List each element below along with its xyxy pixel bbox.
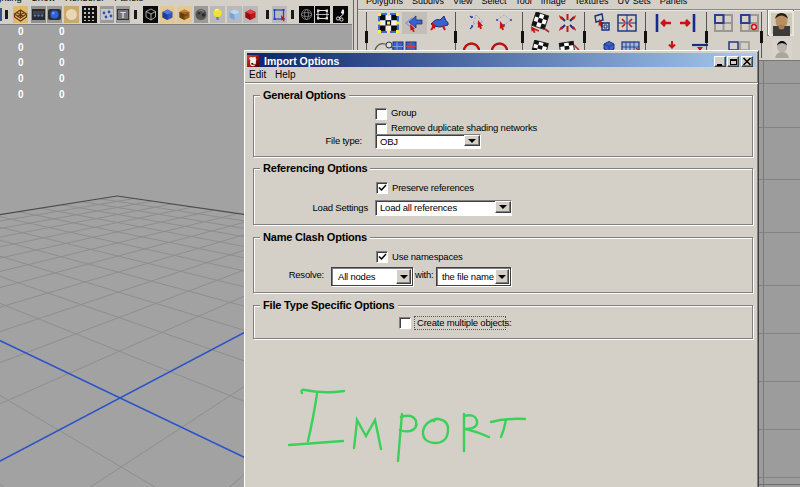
svg-text:T: T <box>120 10 126 20</box>
